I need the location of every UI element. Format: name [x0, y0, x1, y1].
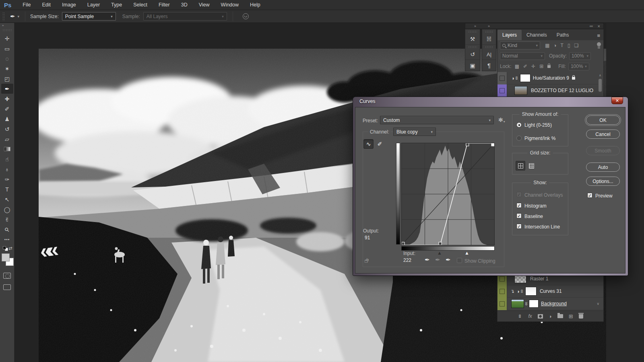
lasso-tool[interactable]: ◌ [1, 53, 13, 64]
lock-artboard-icon[interactable]: ⊞ [539, 64, 543, 69]
menu-file[interactable]: File [17, 2, 36, 8]
intersection-line-checkbox[interactable]: ✓ [516, 224, 522, 229]
black-point-eyedropper-icon[interactable]: ✒ [425, 256, 430, 263]
edit-toolbar[interactable]: ••• [1, 234, 13, 245]
sampling-ring-icon[interactable] [243, 13, 249, 19]
sample-size-select[interactable]: Point Sample▾ [62, 12, 116, 21]
options-button[interactable]: Options... [586, 177, 620, 186]
filter-pixel-layers-icon[interactable]: ▦ [545, 43, 549, 48]
clone-stamp-tool[interactable]: ♟ [1, 114, 13, 124]
paragraph-panel-icon[interactable]: ¶ [482, 60, 496, 71]
add-mask-icon[interactable] [538, 314, 543, 319]
layer-style-icon[interactable]: fx [528, 313, 532, 319]
opacity-value[interactable]: 100% ▾ [569, 52, 591, 60]
edit-points-tool-button[interactable]: ∿ [363, 139, 374, 149]
lock-position-icon[interactable]: ✛ [531, 64, 535, 69]
fill-value[interactable]: 100% ▾ [568, 63, 589, 70]
menu-type[interactable]: Type [105, 2, 128, 8]
collapse-dock1-icon[interactable]: » [474, 24, 476, 28]
path-selection-tool[interactable]: ↖ [1, 194, 13, 204]
eyedropper-tool[interactable]: ✒ [1, 84, 13, 94]
cancel-button[interactable]: Cancel [586, 130, 620, 139]
curves-graph[interactable] [401, 143, 495, 245]
menu-select[interactable]: Select [128, 2, 153, 8]
new-layer-icon[interactable]: ⊞ [569, 313, 573, 319]
layer-row-background[interactable]: ∞ Background ∨ [497, 298, 603, 310]
crop-tool[interactable]: ◰ [1, 74, 13, 84]
scroll-down-icon[interactable]: ∨ [597, 302, 599, 306]
character-panel-icon[interactable]: A| [482, 49, 496, 60]
menu-view[interactable]: View [193, 2, 215, 8]
menu-edit[interactable]: Edit [37, 2, 57, 8]
visibility-toggle[interactable] [497, 285, 507, 298]
layer-mask-thumbnail[interactable] [525, 287, 537, 296]
chevron-down-icon[interactable]: ▾ [18, 14, 20, 19]
move-tool[interactable]: ✛ [1, 33, 13, 43]
link-layers-icon[interactable]: ∞ [517, 314, 523, 319]
targeted-adjustment-tool-icon[interactable]: ☝↕ [364, 257, 370, 264]
histogram-checkbox[interactable]: ✓ [516, 203, 522, 208]
lock-pixels-icon[interactable]: ✐ [523, 64, 527, 69]
show-clipping-checkbox[interactable] [457, 258, 462, 263]
white-point-eyedropper-icon[interactable]: ✒ [446, 256, 451, 263]
layer-thumbnail[interactable] [514, 274, 526, 283]
filter-toggle-icon[interactable] [597, 42, 601, 49]
menu-image[interactable]: Image [56, 2, 82, 8]
filter-shape-layers-icon[interactable]: ▯ [568, 43, 570, 48]
panel-menu-icon[interactable]: ≡ [594, 33, 603, 40]
filter-smart-objects-icon[interactable]: ❏ [574, 43, 579, 48]
layer-thumbnail[interactable] [514, 86, 527, 95]
3d-panel-icon[interactable]: ▣ [465, 60, 480, 71]
gradient-tool[interactable] [1, 144, 13, 154]
default-swatches-icon[interactable]: ⇄ [1, 245, 13, 252]
brush-tool[interactable]: ✐ [1, 104, 13, 114]
quarter-grid-button[interactable] [516, 161, 525, 171]
fine-grid-button[interactable] [526, 161, 536, 171]
menu-window[interactable]: Window [215, 2, 244, 8]
properties-icon[interactable]: ☵ [482, 34, 496, 45]
tab-paths[interactable]: Paths [552, 30, 574, 40]
quick-mask-button[interactable] [3, 273, 11, 279]
smooth-button[interactable]: Smooth [586, 146, 620, 155]
blend-mode-select[interactable]: Normal ▾ [500, 52, 545, 60]
options-grip[interactable] [2, 12, 4, 21]
quick-selection-tool[interactable]: ✶ [1, 64, 13, 74]
rectangular-marquee-tool[interactable]: ▭ [1, 43, 13, 53]
gray-point-eyedropper-icon[interactable]: ✒ [435, 256, 440, 263]
hand-tool[interactable]: ✌ [1, 214, 13, 224]
highlight-input-slider[interactable]: ▲ [464, 250, 469, 256]
toolbar-collapse-icon[interactable]: » [0, 23, 14, 29]
smudge-tool[interactable]: ☝ [1, 154, 13, 164]
new-group-icon[interactable] [557, 314, 563, 318]
spot-healing-brush-tool[interactable]: ✚ [1, 94, 13, 104]
close-panel-icon[interactable]: × [598, 24, 600, 29]
eraser-tool[interactable]: ▱ [1, 134, 13, 144]
channel-overlays-checkbox[interactable]: ✓ [516, 192, 522, 197]
pigment-ink-radio[interactable] [516, 136, 522, 141]
ok-button[interactable]: OK [586, 115, 620, 125]
draw-curve-pencil-button[interactable]: ✐ [375, 139, 385, 149]
foreground-color-swatch[interactable] [2, 253, 10, 261]
menu-help[interactable]: Help [244, 2, 266, 8]
lock-all-icon[interactable] [547, 65, 551, 68]
history-icon[interactable]: ↺ [465, 49, 480, 60]
lock-transparency-icon[interactable]: ▩ [515, 64, 519, 69]
layer-row-curves-31[interactable]: ↴ ◑ ∞ Curves 31 [497, 285, 603, 298]
sample-select[interactable]: All Layers▾ [143, 12, 227, 21]
layer-thumbnail[interactable] [511, 299, 524, 308]
preview-checkbox[interactable]: ✓ [587, 193, 592, 198]
baseline-checkbox[interactable]: ✓ [516, 213, 522, 218]
visibility-toggle[interactable] [497, 72, 507, 84]
layer-mask-thumbnail[interactable] [520, 74, 530, 82]
visibility-toggle[interactable] [497, 298, 507, 310]
ellipse-tool[interactable]: ◯ [1, 204, 13, 214]
type-tool[interactable]: T [1, 184, 13, 194]
screen-mode-button[interactable] [3, 284, 11, 290]
collapse-dock2-icon[interactable]: » [488, 24, 489, 28]
input-value[interactable]: 222 [403, 257, 411, 263]
pen-tool[interactable]: ✑ [1, 174, 13, 184]
output-value[interactable]: 91 [365, 235, 370, 241]
new-adjustment-layer-icon[interactable]: ◑ [549, 313, 552, 319]
filter-type-layers-icon[interactable]: T [561, 43, 564, 48]
light-radio[interactable] [516, 122, 522, 128]
